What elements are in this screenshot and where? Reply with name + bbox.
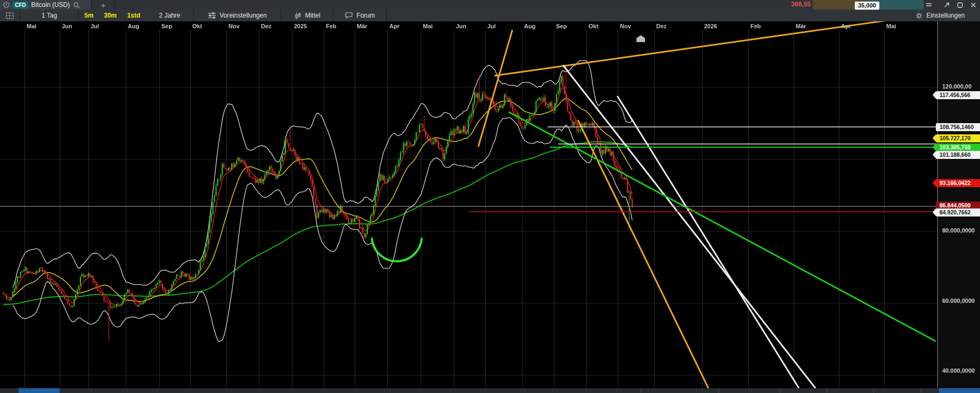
time-axis-label: Sep [161,23,172,29]
price-flag-pointer [933,134,936,142]
price-flag-pointer [933,179,936,187]
window-menu-icon[interactable] [924,1,934,9]
indicators-label: Mittel [305,12,321,19]
time-axis-label: Aug [128,23,139,29]
timeframe-5m-button[interactable]: 5m [79,10,99,21]
scrollbar-thumb[interactable] [939,388,980,393]
time-axis-label: Mai [27,23,36,29]
horizontal-scrollbar[interactable] [0,388,980,393]
price-tick-label: 60.000,0000 [942,298,975,304]
time-axis-label: Feb [750,23,761,29]
time-axis-label: Jun [456,23,467,29]
scrollbar-divider [641,388,641,393]
price-chart-canvas[interactable] [0,21,937,388]
price-flag: 84.920,7662 [936,208,980,216]
speech-bubble-icon [345,12,353,19]
sliders-icon [208,12,216,19]
instrument-tab[interactable]: CFD Bitcoin (USD) [0,0,92,10]
time-axis-label: Jul [487,23,496,29]
price-tick-label: 40.000,0000 [942,367,975,374]
range-2jahre-label: 2 Jahre [159,12,180,19]
timeframe-5m-label: 5m [84,12,93,19]
time-axis-label: Okt [589,23,598,29]
scrollbar-thumb[interactable] [19,388,60,393]
time-axis-label: Aug [524,23,535,29]
instrument-title: Bitcoin (USD) [31,1,70,9]
time-axis-label: Sep [556,23,567,29]
timeframe-1tag-button[interactable]: 1 Tag [20,10,79,21]
timeframe-1std-label: 1std [127,12,141,19]
time-axis-label: Feb [326,23,337,29]
price-flag: 103.305,750 [936,143,980,151]
price-flag: 105.727,170 [936,134,980,142]
time-axis-label: Mär [796,23,806,29]
candlestick-icon [294,12,302,20]
presets-label: Voreinstellungen [219,12,267,19]
layout-grid-button[interactable] [0,10,20,21]
time-axis-label: Apr [389,23,399,29]
time-axis-label: Dez [261,23,272,29]
time-axis-label: Mai [423,23,432,29]
price-flag: 93.166,0422 [936,179,980,187]
price-flag: 108.756,1460 [936,123,980,131]
search-icon[interactable] [73,2,80,9]
time-axis-label: Jul [91,23,99,29]
price-axis[interactable]: 120.000,0080.000,000060.000,000040.000,0… [937,21,980,388]
timeframe-1tag-label: 1 Tag [42,12,57,19]
forum-label: Forum [356,12,375,19]
forum-button[interactable]: Forum [333,10,387,21]
time-axis-label: Dez [656,23,667,29]
scrollbar-divider [921,388,921,393]
popout-icon[interactable] [942,1,951,9]
new-tab-button[interactable]: + [92,0,115,10]
time-axis-label: Mai [886,23,896,29]
chart-toolbar: 1 Tag 5m 30m 1std 2 Jahre Voreinstellung… [0,10,980,21]
instrument-type-badge: CFD [13,2,28,9]
scrollbar-divider [780,388,780,393]
maximize-icon[interactable] [955,1,965,9]
timeframe-30m-label: 30m [104,12,117,19]
price-flag: 101.188,660 [936,151,980,159]
chart-area: MaiJunJulAugSepOktNovDez2025FebMärAprMai… [0,21,937,388]
settings-label: Einstellungen [926,12,965,19]
time-axis-label: Nov [228,23,240,29]
price-flag-pointer [933,208,936,216]
time-axis-label: 2026 [704,23,717,29]
toolbar-spacer [387,10,900,21]
presets-button[interactable]: Voreinstellungen [194,10,281,21]
settings-button[interactable]: Einstellungen [900,10,980,21]
timeframe-1std-button[interactable]: 1std [121,10,146,21]
scrollbar-divider [827,388,827,393]
time-axis-label: Nov [620,23,631,29]
scrollbar-divider [718,388,719,393]
price-tick-label: 120.000,00 [942,83,971,90]
close-icon[interactable] [968,1,978,9]
price-level-tooltip: 35,000 [854,1,880,10]
time-axis-label: 2025 [294,23,307,29]
time-axis-label: Okt [192,23,202,29]
scrollbar-divider [873,388,874,393]
time-axis-label: Jun [62,23,72,29]
price-flag: 117.456,566 [936,91,980,99]
range-2jahre-button[interactable]: 2 Jahre [146,10,194,21]
time-axis-label: Mär [357,23,368,29]
ticker-quote: 366,55 [779,1,811,8]
price-flag-pointer [933,143,936,151]
price-tick-label: 80.000,0000 [942,227,975,234]
gear-icon [915,12,923,20]
price-flag-pointer [933,91,936,99]
info-icon [3,2,10,8]
indicators-button[interactable]: Mittel [281,10,333,21]
price-flag-pointer [933,151,936,158]
timeframe-30m-button[interactable]: 30m [99,10,121,21]
title-bar: CFD Bitcoin (USD) + 366,55 35,000 [0,0,980,10]
time-axis-label: Apr [841,23,851,29]
